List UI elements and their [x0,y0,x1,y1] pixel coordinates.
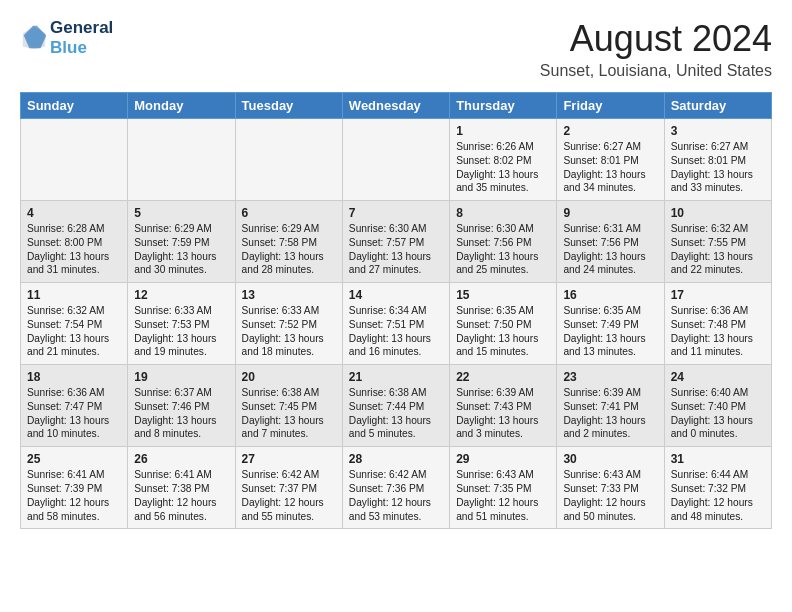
calendar-cell: 13Sunrise: 6:33 AM Sunset: 7:52 PM Dayli… [235,283,342,365]
calendar-cell: 28Sunrise: 6:42 AM Sunset: 7:36 PM Dayli… [342,447,449,529]
cell-content: Sunrise: 6:34 AM Sunset: 7:51 PM Dayligh… [349,304,443,359]
cell-content: Sunrise: 6:41 AM Sunset: 7:38 PM Dayligh… [134,468,228,523]
cell-content: Sunrise: 6:36 AM Sunset: 7:47 PM Dayligh… [27,386,121,441]
cell-content: Sunrise: 6:38 AM Sunset: 7:44 PM Dayligh… [349,386,443,441]
calendar-cell [235,119,342,201]
cell-content: Sunrise: 6:35 AM Sunset: 7:50 PM Dayligh… [456,304,550,359]
calendar-cell: 5Sunrise: 6:29 AM Sunset: 7:59 PM Daylig… [128,201,235,283]
calendar-cell [128,119,235,201]
cell-content: Sunrise: 6:27 AM Sunset: 8:01 PM Dayligh… [671,140,765,195]
day-number: 25 [27,452,121,466]
day-number: 7 [349,206,443,220]
cell-content: Sunrise: 6:42 AM Sunset: 7:36 PM Dayligh… [349,468,443,523]
day-number: 3 [671,124,765,138]
calendar-cell: 25Sunrise: 6:41 AM Sunset: 7:39 PM Dayli… [21,447,128,529]
calendar-cell: 27Sunrise: 6:42 AM Sunset: 7:37 PM Dayli… [235,447,342,529]
cell-content: Sunrise: 6:33 AM Sunset: 7:52 PM Dayligh… [242,304,336,359]
cell-content: Sunrise: 6:39 AM Sunset: 7:43 PM Dayligh… [456,386,550,441]
calendar-cell: 23Sunrise: 6:39 AM Sunset: 7:41 PM Dayli… [557,365,664,447]
cell-content: Sunrise: 6:32 AM Sunset: 7:55 PM Dayligh… [671,222,765,277]
title-block: August 2024 Sunset, Louisiana, United St… [540,18,772,80]
day-number: 11 [27,288,121,302]
col-thursday: Thursday [450,93,557,119]
day-number: 5 [134,206,228,220]
day-number: 20 [242,370,336,384]
calendar-cell: 11Sunrise: 6:32 AM Sunset: 7:54 PM Dayli… [21,283,128,365]
calendar-cell: 4Sunrise: 6:28 AM Sunset: 8:00 PM Daylig… [21,201,128,283]
col-friday: Friday [557,93,664,119]
day-number: 13 [242,288,336,302]
calendar-cell [342,119,449,201]
calendar-cell: 29Sunrise: 6:43 AM Sunset: 7:35 PM Dayli… [450,447,557,529]
calendar-table: Sunday Monday Tuesday Wednesday Thursday… [20,92,772,529]
cell-content: Sunrise: 6:44 AM Sunset: 7:32 PM Dayligh… [671,468,765,523]
cell-content: Sunrise: 6:30 AM Sunset: 7:57 PM Dayligh… [349,222,443,277]
day-number: 23 [563,370,657,384]
subtitle: Sunset, Louisiana, United States [540,62,772,80]
calendar-cell: 31Sunrise: 6:44 AM Sunset: 7:32 PM Dayli… [664,447,771,529]
cell-content: Sunrise: 6:33 AM Sunset: 7:53 PM Dayligh… [134,304,228,359]
cell-content: Sunrise: 6:37 AM Sunset: 7:46 PM Dayligh… [134,386,228,441]
day-number: 8 [456,206,550,220]
day-number: 16 [563,288,657,302]
calendar-cell [21,119,128,201]
cell-content: Sunrise: 6:36 AM Sunset: 7:48 PM Dayligh… [671,304,765,359]
day-number: 31 [671,452,765,466]
calendar-cell: 30Sunrise: 6:43 AM Sunset: 7:33 PM Dayli… [557,447,664,529]
col-tuesday: Tuesday [235,93,342,119]
calendar-cell: 20Sunrise: 6:38 AM Sunset: 7:45 PM Dayli… [235,365,342,447]
cell-content: Sunrise: 6:43 AM Sunset: 7:35 PM Dayligh… [456,468,550,523]
calendar-page: General Blue August 2024 Sunset, Louisia… [0,0,792,539]
week-row-2: 4Sunrise: 6:28 AM Sunset: 8:00 PM Daylig… [21,201,772,283]
calendar-body: 1Sunrise: 6:26 AM Sunset: 8:02 PM Daylig… [21,119,772,529]
logo-text: General Blue [50,18,113,57]
day-number: 17 [671,288,765,302]
cell-content: Sunrise: 6:35 AM Sunset: 7:49 PM Dayligh… [563,304,657,359]
day-number: 28 [349,452,443,466]
calendar-cell: 8Sunrise: 6:30 AM Sunset: 7:56 PM Daylig… [450,201,557,283]
logo: General Blue [20,18,113,57]
day-number: 9 [563,206,657,220]
calendar-cell: 9Sunrise: 6:31 AM Sunset: 7:56 PM Daylig… [557,201,664,283]
calendar-cell: 24Sunrise: 6:40 AM Sunset: 7:40 PM Dayli… [664,365,771,447]
cell-content: Sunrise: 6:28 AM Sunset: 8:00 PM Dayligh… [27,222,121,277]
day-number: 22 [456,370,550,384]
calendar-cell: 19Sunrise: 6:37 AM Sunset: 7:46 PM Dayli… [128,365,235,447]
day-number: 2 [563,124,657,138]
cell-content: Sunrise: 6:39 AM Sunset: 7:41 PM Dayligh… [563,386,657,441]
day-number: 15 [456,288,550,302]
week-row-4: 18Sunrise: 6:36 AM Sunset: 7:47 PM Dayli… [21,365,772,447]
day-number: 4 [27,206,121,220]
calendar-cell: 26Sunrise: 6:41 AM Sunset: 7:38 PM Dayli… [128,447,235,529]
day-number: 14 [349,288,443,302]
day-number: 29 [456,452,550,466]
day-number: 1 [456,124,550,138]
calendar-cell: 16Sunrise: 6:35 AM Sunset: 7:49 PM Dayli… [557,283,664,365]
cell-content: Sunrise: 6:40 AM Sunset: 7:40 PM Dayligh… [671,386,765,441]
cell-content: Sunrise: 6:42 AM Sunset: 7:37 PM Dayligh… [242,468,336,523]
cell-content: Sunrise: 6:41 AM Sunset: 7:39 PM Dayligh… [27,468,121,523]
calendar-cell: 18Sunrise: 6:36 AM Sunset: 7:47 PM Dayli… [21,365,128,447]
calendar-cell: 22Sunrise: 6:39 AM Sunset: 7:43 PM Dayli… [450,365,557,447]
cell-content: Sunrise: 6:43 AM Sunset: 7:33 PM Dayligh… [563,468,657,523]
calendar-cell: 12Sunrise: 6:33 AM Sunset: 7:53 PM Dayli… [128,283,235,365]
day-number: 27 [242,452,336,466]
day-number: 30 [563,452,657,466]
calendar-cell: 21Sunrise: 6:38 AM Sunset: 7:44 PM Dayli… [342,365,449,447]
calendar-cell: 2Sunrise: 6:27 AM Sunset: 8:01 PM Daylig… [557,119,664,201]
col-wednesday: Wednesday [342,93,449,119]
cell-content: Sunrise: 6:30 AM Sunset: 7:56 PM Dayligh… [456,222,550,277]
week-row-3: 11Sunrise: 6:32 AM Sunset: 7:54 PM Dayli… [21,283,772,365]
cell-content: Sunrise: 6:38 AM Sunset: 7:45 PM Dayligh… [242,386,336,441]
cell-content: Sunrise: 6:32 AM Sunset: 7:54 PM Dayligh… [27,304,121,359]
calendar-cell: 3Sunrise: 6:27 AM Sunset: 8:01 PM Daylig… [664,119,771,201]
calendar-cell: 6Sunrise: 6:29 AM Sunset: 7:58 PM Daylig… [235,201,342,283]
week-row-1: 1Sunrise: 6:26 AM Sunset: 8:02 PM Daylig… [21,119,772,201]
calendar-cell: 7Sunrise: 6:30 AM Sunset: 7:57 PM Daylig… [342,201,449,283]
cell-content: Sunrise: 6:29 AM Sunset: 7:59 PM Dayligh… [134,222,228,277]
cell-content: Sunrise: 6:26 AM Sunset: 8:02 PM Dayligh… [456,140,550,195]
header: General Blue August 2024 Sunset, Louisia… [20,18,772,80]
main-title: August 2024 [540,18,772,60]
calendar-cell: 14Sunrise: 6:34 AM Sunset: 7:51 PM Dayli… [342,283,449,365]
col-monday: Monday [128,93,235,119]
